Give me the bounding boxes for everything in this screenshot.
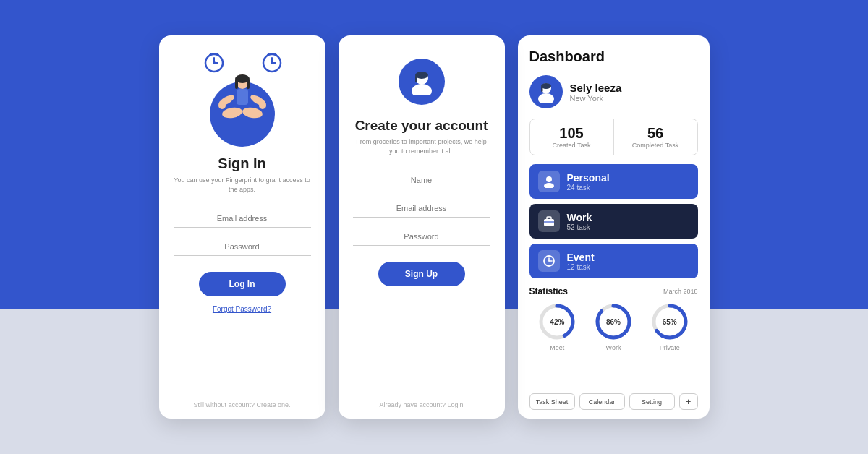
work-info: Work 52 task bbox=[567, 212, 592, 231]
chart-meet: 42% Meet bbox=[537, 302, 576, 351]
signin-title: Sign In bbox=[218, 155, 266, 172]
category-personal[interactable]: Personal 24 task bbox=[529, 164, 698, 199]
personal-info: Personal 24 task bbox=[567, 172, 610, 192]
name-input[interactable] bbox=[353, 171, 490, 189]
created-tasks-stat: 105 Created Task bbox=[530, 119, 614, 155]
svg-rect-15 bbox=[247, 79, 250, 89]
completed-label: Completed Task bbox=[614, 142, 697, 149]
user-row: Sely leeza New York bbox=[529, 75, 698, 108]
work-label: Work bbox=[606, 344, 621, 351]
private-label: Private bbox=[660, 344, 680, 351]
created-count: 105 bbox=[530, 125, 613, 142]
svg-point-24 bbox=[412, 84, 432, 95]
svg-point-21 bbox=[218, 102, 226, 109]
category-event[interactable]: Event 12 task bbox=[529, 244, 698, 278]
donut-private: 65% bbox=[650, 302, 689, 341]
event-name: Event bbox=[567, 252, 595, 263]
category-work[interactable]: Work 52 task bbox=[529, 204, 698, 239]
signup-title: Create your account bbox=[355, 118, 488, 134]
statistics-date: March 2018 bbox=[663, 288, 698, 295]
event-tasks: 12 task bbox=[567, 263, 595, 271]
signup-email-input[interactable] bbox=[353, 200, 490, 218]
signin-illustration bbox=[195, 53, 289, 147]
meet-label: Meet bbox=[550, 344, 564, 351]
clock-icon bbox=[542, 254, 556, 267]
personal-icon-box bbox=[538, 171, 560, 192]
donut-meet: 42% bbox=[537, 302, 576, 341]
completed-count: 56 bbox=[614, 125, 697, 142]
bottom-nav: Task Sheet Calendar Setting + bbox=[529, 390, 698, 410]
event-icon-box bbox=[538, 250, 560, 272]
forgot-password-link[interactable]: Forgot Password? bbox=[213, 305, 271, 313]
donut-work: 86% bbox=[594, 302, 633, 341]
user-avatar-icon bbox=[399, 59, 445, 105]
clock-left-icon bbox=[204, 53, 224, 76]
chart-work: 86% Work bbox=[594, 302, 633, 351]
statistics-section: Statistics March 2018 42% Meet bbox=[529, 286, 698, 359]
stats-charts: 42% Meet 86% Work bbox=[529, 302, 698, 351]
meet-percent: 42% bbox=[550, 318, 564, 326]
svg-point-31 bbox=[546, 176, 552, 182]
statistics-title: Statistics bbox=[529, 286, 568, 296]
login-link[interactable]: Already have account? Login bbox=[379, 401, 463, 408]
event-info: Event 12 task bbox=[567, 252, 595, 271]
work-name: Work bbox=[567, 212, 592, 223]
add-button[interactable]: + bbox=[679, 393, 698, 410]
signin-subtitle: You can use your Fingerprint to grant ac… bbox=[174, 176, 311, 194]
work-percent: 86% bbox=[606, 318, 621, 326]
create-account-link[interactable]: Still without account? Create one. bbox=[193, 401, 290, 408]
svg-point-22 bbox=[259, 102, 266, 109]
yoga-figure bbox=[216, 73, 268, 141]
svg-point-32 bbox=[544, 183, 554, 188]
user-info: Sely leeza New York bbox=[570, 82, 622, 103]
signup-subtitle: From groceries to important projects, we… bbox=[353, 137, 490, 155]
svg-rect-26 bbox=[415, 75, 417, 82]
briefcase-icon bbox=[542, 215, 556, 228]
setting-button[interactable]: Setting bbox=[629, 393, 675, 410]
svg-point-28 bbox=[538, 93, 554, 103]
email-input[interactable] bbox=[174, 210, 311, 228]
svg-rect-30 bbox=[541, 86, 543, 92]
chart-private: 65% Private bbox=[650, 302, 689, 351]
user-name: Sely leeza bbox=[570, 82, 622, 94]
password-input[interactable] bbox=[174, 238, 311, 256]
svg-rect-34 bbox=[547, 217, 551, 220]
login-button[interactable]: Log In bbox=[199, 272, 286, 296]
dashboard-screen: Dashboard Sely leeza New York 105 Create… bbox=[518, 35, 710, 419]
signup-password-input[interactable] bbox=[353, 228, 490, 246]
personal-tasks: 24 task bbox=[567, 184, 610, 192]
task-sheet-button[interactable]: Task Sheet bbox=[529, 393, 575, 410]
person-icon bbox=[542, 175, 556, 188]
dashboard-title: Dashboard bbox=[529, 48, 698, 65]
clock-right-icon bbox=[262, 53, 282, 76]
signup-screen: Create your account From groceries to im… bbox=[339, 35, 505, 419]
svg-rect-14 bbox=[235, 79, 238, 89]
user-avatar bbox=[529, 75, 563, 108]
work-icon-box bbox=[538, 210, 560, 232]
svg-rect-16 bbox=[237, 89, 248, 105]
statistics-header: Statistics March 2018 bbox=[529, 286, 698, 296]
stats-row: 105 Created Task 56 Completed Task bbox=[529, 119, 698, 155]
user-location: New York bbox=[570, 94, 622, 103]
created-label: Created Task bbox=[530, 142, 613, 149]
work-tasks: 52 task bbox=[567, 223, 592, 231]
signin-screen: Sign In You can use your Fingerprint to … bbox=[159, 35, 326, 419]
completed-tasks-stat: 56 Completed Task bbox=[614, 119, 697, 155]
private-percent: 65% bbox=[663, 318, 677, 326]
signup-button[interactable]: Sign Up bbox=[378, 262, 465, 286]
calendar-button[interactable]: Calendar bbox=[579, 393, 625, 410]
personal-name: Personal bbox=[567, 172, 610, 184]
